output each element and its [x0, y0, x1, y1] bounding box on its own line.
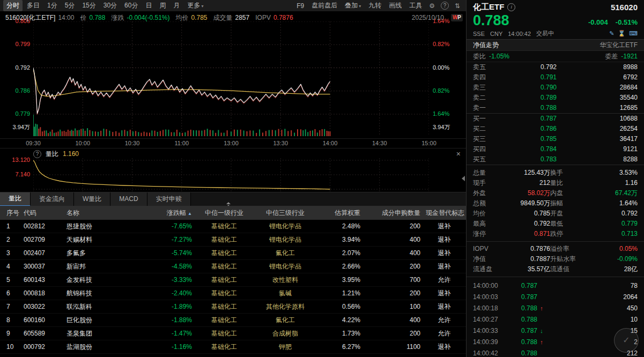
stat-row: 总量125.43万换手3.53%	[467, 168, 644, 178]
cell-code: 002709	[24, 233, 66, 246]
table-row[interactable]: 4300037新宙邦-4.58%基础化工锂电化学品2.66%200退补	[0, 260, 466, 273]
column-header[interactable]: 涨跌幅▲	[147, 206, 195, 220]
order-level-label: 买二	[473, 124, 491, 134]
toolbar-period[interactable]: 周	[156, 0, 169, 11]
bid-row[interactable]: 买二0.78626254	[467, 124, 644, 134]
cell-weight: 4.22%	[317, 314, 364, 326]
toolbar-period[interactable]: 1分	[44, 0, 61, 11]
help-icon[interactable]: ?	[441, 2, 449, 10]
stat-label: 换手	[550, 168, 583, 178]
avg-value: 0.785	[191, 14, 207, 21]
toolbar-period[interactable]: 分时	[3, 0, 23, 11]
toolbar-tool[interactable]: 叠加▾	[342, 0, 364, 11]
tab-量比[interactable]: 量比	[0, 192, 31, 206]
edit-icon[interactable]: ✎	[609, 30, 614, 37]
table-row[interactable]: 6000818航锦科技-2.40%基础化工氯碱1.21%200退补	[0, 287, 466, 300]
table-row[interactable]: 7003022联泓新科-1.89%基础化工其他化学原料0.56%100退补	[0, 300, 466, 314]
cell-industry-l3: 锂电化学品	[253, 220, 317, 233]
toolbar-period[interactable]: 更多▾	[184, 0, 206, 11]
toolbar-tool[interactable]: 画线	[386, 0, 405, 11]
exchange-label: SSE	[473, 31, 485, 37]
table-row[interactable]: 5600143金发科技-3.33%基础化工改性塑料3.95%700允许	[0, 273, 466, 287]
chart-symbol: 516020[化工ETF]	[5, 13, 55, 23]
table-row[interactable]: 1002812恩捷股份-7.65%基础化工锂电化学品2.48%200退补	[0, 220, 466, 233]
collapse-icon[interactable]: ⇅	[452, 2, 463, 10]
time-tick: 14:00	[323, 140, 338, 146]
cell-weight: 2.48%	[317, 220, 364, 233]
arrow-up-icon: ↑	[537, 337, 546, 348]
chart-cursor-time: 14:00	[58, 14, 74, 21]
close-icon[interactable]: ×	[456, 150, 461, 158]
stat-row: IOPV0.7876溢价率0.05%	[467, 244, 644, 254]
table-row[interactable]: 9605589圣泉集团-1.47%基础化工合成树脂1.73%200允许	[0, 327, 466, 340]
cell-weight: 3.95%	[317, 273, 364, 286]
tick-time: 14:00:03	[473, 292, 504, 303]
ask-row[interactable]: 卖二0.78935540	[467, 93, 644, 103]
bid-row[interactable]: 买五0.7838288	[467, 154, 644, 165]
tab-MACD[interactable]: MACD	[110, 192, 147, 206]
cell-industry-l3: 氟化工	[253, 314, 317, 326]
cell-change: -1.89%	[147, 300, 195, 313]
cell-cash-flag: 退补	[426, 300, 466, 313]
gear-icon[interactable]: ⚙	[426, 2, 438, 10]
cell-code: 003022	[24, 300, 66, 313]
constituents-table: 序号代码名称涨跌幅▲中信一级行业中信三级行业估算权重成分申购数量现金替代标志 1…	[0, 206, 466, 357]
tab-资金流向[interactable]: 资金流向	[31, 192, 74, 206]
toolbar-tool[interactable]: 九转	[365, 0, 384, 11]
ask-row[interactable]: 卖五0.7928988	[467, 62, 644, 72]
cell-industry-l1: 基础化工	[195, 300, 253, 313]
tick-price: 0.788	[504, 337, 537, 348]
toolbar-period[interactable]: 多日	[24, 0, 43, 11]
toolbar-period[interactable]: 日	[142, 0, 155, 11]
cell-industry-l1: 基础化工	[195, 233, 253, 246]
ask-row[interactable]: 卖三0.79028684	[467, 83, 644, 93]
toolbar-tool[interactable]: 盘前盘后	[308, 0, 340, 11]
toolbar-period[interactable]: 5分	[62, 0, 78, 11]
time-tick: 09:30	[26, 140, 41, 146]
time-tick: 10:00	[75, 140, 90, 146]
cell-change: -2.40%	[147, 287, 195, 300]
percent-axis-label: 0.82%	[433, 87, 464, 94]
toolbar-period[interactable]: 15分	[79, 0, 99, 11]
cell-industry-l1: 基础化工	[195, 287, 253, 300]
cell-weight: 6.27%	[317, 340, 364, 353]
ask-row[interactable]: 卖一0.78812685	[467, 103, 644, 113]
toolbar-tool[interactable]: 工具	[406, 0, 425, 11]
alert-icon[interactable]: ⌛	[618, 30, 625, 37]
tab-nav-trend[interactable]: 净值走势	[473, 41, 499, 50]
toolbar-period[interactable]: 30分	[100, 0, 120, 11]
toolbar-period[interactable]: 60分	[121, 0, 141, 11]
cell-code: 600143	[24, 273, 66, 286]
stat-label: 跌停	[550, 229, 583, 239]
cell-index: 5	[0, 273, 24, 286]
stat-label: 溢价率	[550, 244, 583, 254]
toolbar-tool[interactable]: F9	[293, 1, 307, 11]
cell-change: -1.88%	[147, 314, 195, 326]
ask-row[interactable]: 卖四0.7916792	[467, 72, 644, 83]
panel-collapse-handle[interactable]	[462, 176, 465, 181]
help-icon[interactable]: ?	[33, 150, 41, 158]
change-label: 涨跌	[111, 13, 124, 23]
price-value: 0.788	[89, 14, 105, 21]
order-volume: 6792	[557, 72, 638, 83]
bid-row[interactable]: 买一0.78710688	[467, 114, 644, 124]
column-header: 名称	[66, 206, 147, 220]
table-row[interactable]: 8600160巨化股份-1.88%基础化工氟化工4.22%400允许	[0, 314, 466, 327]
table-row[interactable]: 10000792盐湖股份-1.16%基础化工钾肥6.27%1100退补	[0, 340, 466, 354]
bid-row[interactable]: 买三0.78536417	[467, 134, 644, 144]
stat-label: 总量	[473, 168, 497, 178]
monitor-icon[interactable]: ⌨	[629, 30, 638, 37]
stat-value: 1.64%	[583, 198, 638, 209]
info-icon[interactable]: i	[507, 3, 515, 11]
bid-row[interactable]: 买四0.7849121	[467, 144, 644, 154]
price-plot[interactable]	[33, 21, 429, 115]
table-row[interactable]: 2002709天赐材料-7.27%基础化工锂电化学品3.94%400退补	[0, 233, 466, 247]
stat-value: 0.779	[583, 219, 638, 229]
toolbar-period[interactable]: 月	[170, 0, 183, 11]
tab-实时申赎[interactable]: 实时申赎	[147, 192, 191, 206]
stat-value: 0.713	[583, 229, 638, 239]
table-row[interactable]: 3002407多氟多-5.74%基础化工氟化工2.07%400退补	[0, 247, 466, 260]
price-axis-label: 0.799	[0, 41, 30, 47]
tick-time: 14:00:00	[473, 280, 504, 292]
tab-W量比[interactable]: W量比	[74, 192, 110, 206]
